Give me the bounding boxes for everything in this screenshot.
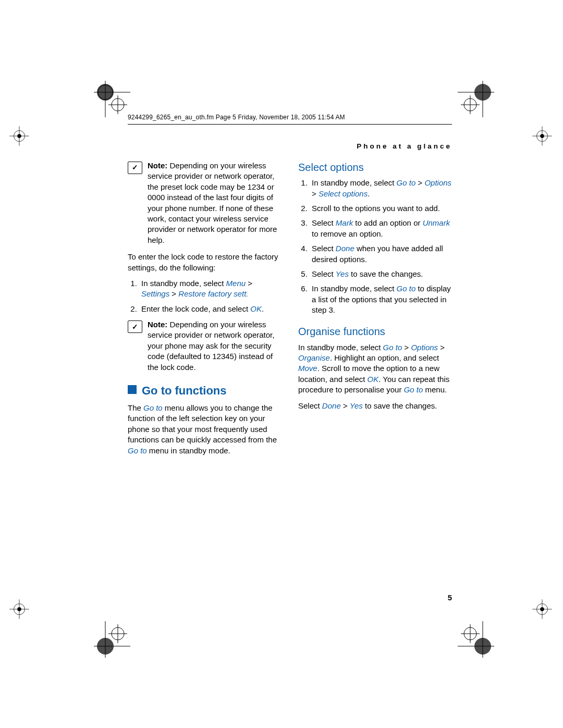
svg-point-37 <box>537 604 548 615</box>
crop-mark-icon <box>529 596 556 623</box>
note-block: ✓ Note: Depending on your wireless servi… <box>128 161 282 245</box>
list-item: Scroll to the options you want to add. <box>310 203 452 214</box>
list-item: Select Yes to save the changes. <box>310 269 452 279</box>
section-label: Phone at a glance <box>128 142 452 150</box>
note-label: Note: <box>148 320 167 329</box>
svg-point-30 <box>540 134 544 138</box>
crop-mark-icon <box>458 621 494 658</box>
note-label: Note: <box>148 161 167 170</box>
crop-mark-icon <box>458 81 494 117</box>
list-item: In standby mode, select Menu > Settings … <box>139 278 282 300</box>
svg-point-4 <box>112 98 124 111</box>
svg-point-22 <box>464 627 476 640</box>
list-item: In standby mode, select Go to to display… <box>310 283 452 315</box>
svg-point-33 <box>14 604 25 615</box>
page-number: 5 <box>128 593 452 602</box>
heading-goto-functions: Go to functions <box>128 383 282 399</box>
svg-point-26 <box>17 134 21 138</box>
page-body: 9244299_6265_en_au_oth.fm Page 5 Friday,… <box>128 114 452 461</box>
heading-select-options: Select options <box>298 161 452 175</box>
note-text: Depending on your wireless service provi… <box>148 161 277 244</box>
paragraph: The Go to menu allows you to change the … <box>128 403 282 456</box>
svg-point-25 <box>14 131 25 142</box>
svg-point-0 <box>97 84 114 101</box>
note-icon: ✓ <box>128 162 142 174</box>
svg-point-10 <box>464 98 476 111</box>
paragraph: In standby mode, select Go to > Options … <box>298 342 452 396</box>
crop-mark-icon <box>6 596 33 623</box>
svg-point-34 <box>17 607 21 611</box>
note-block: ✓ Note: Depending on your wireless servi… <box>128 319 282 373</box>
running-header: 9244299_6265_en_au_oth.fm Page 5 Friday,… <box>128 114 452 125</box>
steps-list: In standby mode, select Menu > Settings … <box>128 278 282 314</box>
heading-organise-functions: Organise functions <box>298 325 452 339</box>
svg-point-16 <box>112 627 124 640</box>
svg-point-19 <box>474 638 491 655</box>
list-item: Select Mark to add an option or Unmark t… <box>310 218 452 239</box>
svg-point-13 <box>97 638 114 655</box>
list-item: Enter the lock code, and select OK. <box>139 304 282 314</box>
note-icon: ✓ <box>128 320 142 333</box>
crop-mark-icon <box>94 81 130 117</box>
svg-point-1 <box>98 85 113 100</box>
svg-point-29 <box>537 131 548 142</box>
column-left: ✓ Note: Depending on your wireless servi… <box>128 161 282 461</box>
paragraph: Select Done > Yes to save the changes. <box>298 401 452 411</box>
svg-point-38 <box>540 607 544 611</box>
crop-mark-icon <box>94 621 130 658</box>
svg-point-7 <box>474 84 491 101</box>
list-item: Select Done when you have added all desi… <box>310 243 452 265</box>
crop-mark-icon <box>6 122 33 150</box>
square-bullet-icon <box>128 385 137 394</box>
list-item: In standby mode, select Go to > Options … <box>310 178 452 199</box>
crop-mark-icon <box>529 122 556 150</box>
column-right: Select options In standby mode, select G… <box>298 161 452 461</box>
steps-list: In standby mode, select Go to > Options … <box>298 178 452 315</box>
paragraph: To enter the lock code to restore the fa… <box>128 252 282 273</box>
